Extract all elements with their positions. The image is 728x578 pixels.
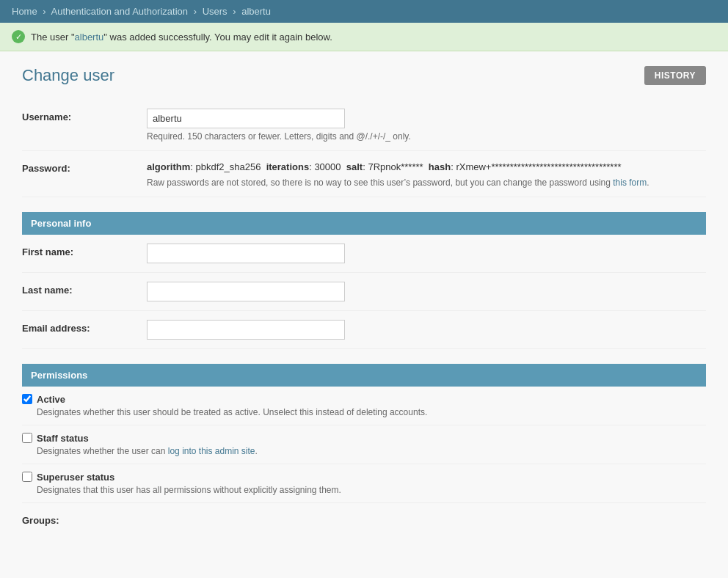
page-title-row: Change user HISTORY (22, 66, 706, 85)
salt-value: 7Rpnok****** (368, 161, 423, 172)
breadcrumb-auth[interactable]: Authentication and Authorization (51, 6, 188, 17)
active-label: Active (37, 394, 65, 405)
page-title: Change user (22, 66, 114, 85)
salt-label: salt (346, 161, 363, 172)
username-input[interactable] (147, 109, 345, 128)
email-field-content (147, 320, 706, 340)
history-button[interactable]: HISTORY (644, 66, 706, 85)
active-label-row: Active (22, 394, 706, 405)
last-name-field-row: Last name: (22, 273, 706, 311)
staff-help-prefix: Designates whether the user can (37, 446, 168, 456)
username-field-content: Required. 150 characters or fewer. Lette… (147, 109, 706, 142)
active-checkbox[interactable] (22, 394, 32, 404)
breadcrumb-sep-3: › (233, 6, 236, 17)
username-field-row: Username: Required. 150 characters or fe… (22, 100, 706, 151)
groups-row: Groups: (22, 503, 706, 535)
header-bar: Home › Authentication and Authorization … (0, 0, 728, 23)
staff-checkbox[interactable] (22, 433, 32, 443)
success-username-link[interactable]: albertu (75, 32, 104, 43)
breadcrumb-home[interactable]: Home (12, 6, 37, 17)
active-field-row: Active Designates whether this user shou… (22, 387, 706, 425)
breadcrumb-users[interactable]: Users (203, 6, 228, 17)
email-field-row: Email address: (22, 311, 706, 349)
first-name-field-content (147, 244, 706, 263)
hash-value: rXmew+**********************************… (456, 161, 621, 172)
staff-help: Designates whether the user can log into… (22, 446, 706, 456)
algorithm-value: pbkdf2_sha256 (195, 161, 261, 172)
staff-label-row: Staff status (22, 433, 706, 444)
permissions-header: Permissions (22, 364, 706, 387)
password-help: Raw passwords are not stored, so there i… (147, 178, 706, 188)
superuser-help: Designates that this user has all permis… (22, 485, 706, 495)
staff-help-link[interactable]: log into this admin site (168, 446, 255, 456)
superuser-label: Superuser status (37, 472, 114, 483)
hash-label: hash (429, 161, 451, 172)
success-text: The user "albertu" was added successfull… (31, 32, 332, 43)
username-label: Username: (22, 109, 147, 122)
breadcrumb-sep-2: › (194, 6, 197, 17)
active-help: Designates whether this user should be t… (22, 407, 706, 417)
first-name-field-row: First name: (22, 235, 706, 273)
superuser-field-row: Superuser status Designates that this us… (22, 464, 706, 503)
algorithm-label: algorithm (147, 161, 190, 172)
breadcrumb-sep-1: › (43, 6, 46, 17)
last-name-input[interactable] (147, 282, 345, 301)
username-help: Required. 150 characters or fewer. Lette… (147, 131, 706, 142)
password-field-row: Password: algorithm: pbkdf2_sha256 itera… (22, 151, 706, 197)
password-label: Password: (22, 160, 147, 174)
email-label: Email address: (22, 320, 147, 334)
success-message: ✓ The user "albertu" was added successfu… (0, 23, 728, 51)
password-help-prefix: Raw passwords are not stored, so there i… (147, 178, 613, 188)
password-display: algorithm: pbkdf2_sha256 iterations: 300… (147, 160, 706, 175)
email-input[interactable] (147, 320, 345, 340)
password-field-content: algorithm: pbkdf2_sha256 iterations: 300… (147, 160, 706, 188)
first-name-label: First name: (22, 244, 147, 257)
groups-label: Groups: (22, 512, 147, 526)
last-name-label: Last name: (22, 282, 147, 296)
iterations-value: 30000 (314, 161, 341, 172)
personal-info-header: Personal info (22, 212, 706, 235)
staff-help-suffix: . (255, 446, 258, 456)
first-name-input[interactable] (147, 244, 345, 263)
last-name-field-content (147, 282, 706, 301)
success-icon: ✓ (12, 30, 25, 43)
breadcrumb-albertu[interactable]: albertu (241, 6, 271, 17)
iterations-label: iterations (266, 161, 310, 172)
password-help-suffix: . (647, 178, 649, 188)
superuser-checkbox[interactable] (22, 472, 32, 482)
superuser-label-row: Superuser status (22, 472, 706, 483)
staff-label: Staff status (37, 433, 89, 444)
staff-field-row: Staff status Designates whether the user… (22, 425, 706, 464)
password-change-link[interactable]: this form (613, 178, 647, 188)
